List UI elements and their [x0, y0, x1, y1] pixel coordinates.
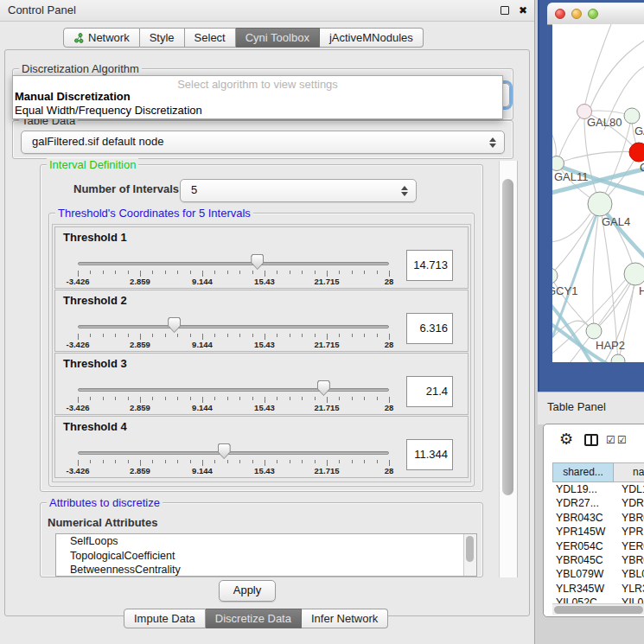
slider-tick [239, 397, 240, 400]
table-row[interactable]: YLR345WYLR3 [552, 582, 644, 596]
table-header-row: shared... na [552, 462, 644, 482]
checkbox-icon[interactable]: ☑ [606, 434, 615, 446]
network-node-gal-right[interactable] [624, 108, 640, 124]
slider-tick-label: 21.715 [301, 403, 353, 412]
tab-jactivemnodules[interactable]: jActiveMNodules [320, 28, 424, 48]
slider-tick [177, 397, 178, 400]
threshold-label: Threshold 4 [63, 420, 127, 433]
network-edge[interactable] [557, 151, 639, 163]
table-row[interactable]: YPR145WYPR1 [552, 525, 644, 539]
screenshot-root: Control Panel ✖ NetworkStyleSelectCyni T… [0, 0, 644, 644]
slider-tick [315, 271, 316, 274]
slider-track[interactable] [78, 451, 389, 455]
network-node-bottom-node[interactable] [611, 354, 625, 362]
slider-track[interactable] [78, 262, 389, 265]
slider-thumb[interactable] [317, 380, 330, 396]
slider-tick [103, 271, 104, 274]
close-traffic-light-icon[interactable] [555, 9, 565, 19]
threshold-value-field[interactable]: 6.316 [406, 313, 453, 344]
column-header-name[interactable]: na [614, 462, 644, 482]
discretization-group-title: Discretization Algorithm [19, 62, 142, 75]
tab-infer-network[interactable]: Infer Network [302, 609, 388, 628]
slider-tick [315, 334, 316, 337]
attribute-item-selfloops[interactable]: SelfLoops [56, 534, 476, 549]
dropdown-option-equal-width-frequency-discretization[interactable]: Equal Width/Frequency Discretization [13, 104, 502, 118]
slider-tick [165, 334, 166, 337]
slider-tick-label: 15.43 [239, 403, 290, 412]
gear-icon[interactable]: ⚙ [559, 430, 573, 449]
table-row[interactable]: YDR27...YDR2 [552, 496, 644, 510]
network-node-gcy1[interactable] [552, 268, 558, 284]
apply-button[interactable]: Apply [219, 580, 276, 602]
slider-tick-label: 9.144 [176, 277, 228, 286]
table-row[interactable]: YBR045CYBR0 [552, 553, 644, 567]
column-header-shared[interactable]: shared... [552, 462, 614, 482]
close-icon[interactable]: ✖ [519, 3, 527, 17]
dropdown-option-manual-discretization[interactable]: Manual Discretization [13, 90, 502, 104]
slider-tick [140, 334, 141, 340]
threshold-value-field[interactable]: 11.344 [406, 439, 453, 470]
network-edge[interactable] [585, 24, 613, 104]
network-edge[interactable] [557, 112, 584, 163]
slider-thumb[interactable] [218, 443, 231, 459]
zoom-traffic-light-icon[interactable] [588, 9, 598, 19]
slider-tick [327, 397, 328, 403]
slider-tick [190, 334, 191, 337]
slider-tick [302, 460, 303, 463]
network-edge[interactable] [552, 214, 590, 242]
tab-impute-data[interactable]: Impute Data [124, 609, 206, 628]
settings-vertical-scrollbar[interactable] [499, 161, 518, 577]
threshold-panel-2: Threshold 2-3.4262.8599.14415.4321.71528… [54, 290, 469, 352]
cell-name: YER0 [622, 539, 644, 553]
table-row[interactable]: YDL19...YDL1 [552, 482, 644, 496]
slider-thumb[interactable] [251, 254, 264, 270]
tab-network[interactable]: Network [63, 28, 140, 48]
attributes-list-scrollbar[interactable] [463, 534, 476, 576]
slider-tick [239, 460, 240, 463]
slider-thumb[interactable] [168, 317, 181, 333]
network-node-gal4[interactable] [588, 192, 612, 216]
checkbox-icon[interactable]: ☑ [617, 434, 627, 446]
combo-stepper-icon [489, 137, 497, 149]
number-of-intervals-combobox[interactable]: 5 [180, 179, 417, 202]
network-node-gal11[interactable] [552, 156, 564, 171]
slider-tick [214, 460, 215, 463]
slider-tick [115, 334, 116, 337]
columns-icon[interactable] [584, 434, 598, 446]
float-icon[interactable] [501, 6, 509, 15]
attribute-item-topologicalcoefficient[interactable]: TopologicalCoefficient [56, 549, 476, 564]
tab-discretize-data[interactable]: Discretize Data [206, 609, 302, 628]
slider-tick [364, 397, 365, 400]
slider-tick [290, 334, 290, 337]
table-row[interactable]: YER054CYER0 [552, 539, 644, 553]
numerical-attributes-list[interactable]: SelfLoopsTopologicalCoefficientBetweenne… [55, 533, 477, 577]
threshold-label: Threshold 3 [63, 357, 127, 370]
table-horizontal-scrollbar[interactable] [552, 603, 644, 615]
table-row[interactable]: YBL079WYBL0 [552, 567, 644, 581]
attribute-item-betweennesscentrality[interactable]: BetweennessCentrality [56, 563, 476, 577]
threshold-value: 6.316 [407, 314, 452, 343]
minimize-traffic-light-icon[interactable] [571, 9, 582, 19]
threshold-panel-3: Threshold 3-3.4262.8599.14415.4321.71528… [54, 353, 469, 415]
combo-stepper-icon [401, 185, 409, 197]
network-canvas[interactable]: GAL80GACGAL11GAL4GCY1HHAP2 [552, 24, 644, 362]
tab-cyni-toolbox[interactable]: Cyni Toolbox [236, 28, 320, 48]
slider-tick [177, 271, 178, 274]
network-node-hap2[interactable] [586, 323, 602, 339]
table-row[interactable]: YBR043CYBR0 [552, 511, 644, 525]
network-node-h-node[interactable] [624, 263, 644, 285]
slider-tick [339, 334, 340, 337]
threshold-value-field[interactable]: 14.713 [406, 250, 453, 281]
slider-track[interactable] [78, 325, 389, 328]
slider-track[interactable] [78, 388, 389, 392]
tab-style[interactable]: Style [140, 28, 185, 48]
table-data-combobox[interactable]: galFiltered.sif default node [21, 131, 505, 154]
tab-select[interactable]: Select [185, 28, 236, 48]
threshold-value-field[interactable]: 21.4 [406, 376, 453, 407]
scrollbar-thumb[interactable] [502, 179, 513, 495]
scrollbar-thumb[interactable] [554, 606, 643, 614]
network-node-red-node[interactable] [629, 143, 644, 162]
slider-tick [302, 271, 303, 274]
cell-name: YBR0 [622, 553, 644, 567]
network-edge[interactable] [552, 126, 556, 156]
